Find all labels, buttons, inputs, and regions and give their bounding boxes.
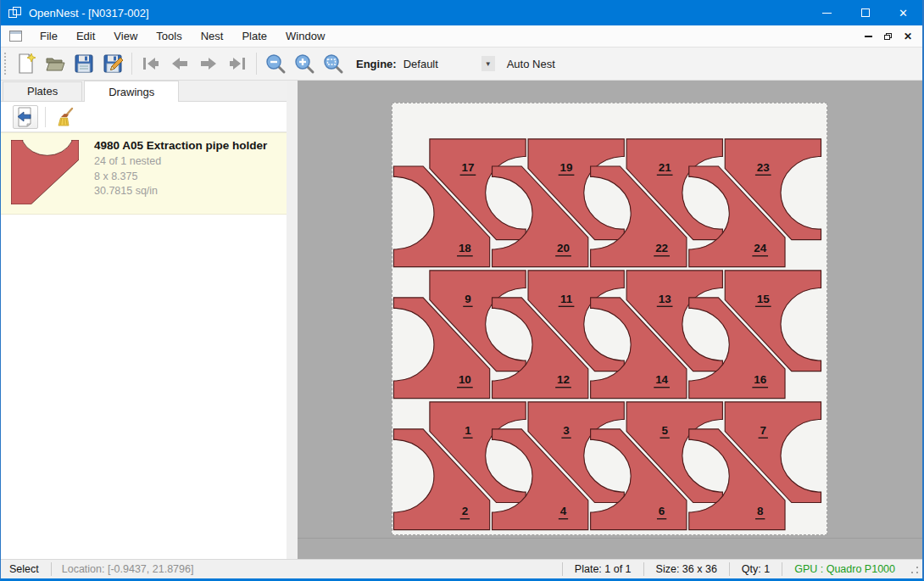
mdi-minimize-icon[interactable] bbox=[865, 36, 872, 37]
panel-splitter[interactable] bbox=[287, 81, 298, 559]
part-number-label: 13 bbox=[659, 293, 671, 305]
part-number-label: 17 bbox=[461, 161, 474, 174]
part-number-label: 14 bbox=[655, 373, 668, 386]
chevron-down-icon[interactable]: ▼ bbox=[481, 56, 495, 71]
part-number-label: 16 bbox=[754, 373, 766, 386]
next-icon bbox=[198, 53, 220, 75]
part-number-label: 22 bbox=[655, 242, 668, 254]
drawing-nested-count: 24 of 1 nested bbox=[94, 154, 267, 170]
part-number-label: 15 bbox=[757, 293, 770, 305]
drawings-toolbar bbox=[1, 102, 287, 132]
toolbar-grip[interactable] bbox=[4, 53, 7, 75]
menu-edit[interactable]: Edit bbox=[67, 25, 104, 47]
toolbar-separator bbox=[131, 53, 132, 75]
status-location: Location: [-0.9437, 21.8796] bbox=[52, 563, 204, 575]
canvas-scrollbar-divider bbox=[298, 538, 922, 539]
drawing-list-item[interactable]: 4980 A05 Extraction pipe holder 24 of 1 … bbox=[1, 132, 287, 215]
left-panel: Plates Drawings bbox=[1, 81, 287, 559]
maximize-button[interactable] bbox=[846, 0, 884, 25]
menu-view[interactable]: View bbox=[104, 25, 147, 47]
save-as-button[interactable] bbox=[98, 51, 127, 76]
part-number-label: 2 bbox=[462, 505, 468, 517]
menu-bar: File Edit View Tools Nest Plate Window ✕ bbox=[1, 25, 922, 47]
close-icon: ✕ bbox=[899, 7, 908, 20]
previous-icon bbox=[169, 53, 191, 75]
part-number-label: 12 bbox=[557, 373, 570, 386]
new-file-icon bbox=[15, 53, 37, 75]
part-number-label: 18 bbox=[459, 242, 471, 254]
part-number-label: 7 bbox=[760, 424, 766, 437]
mdi-restore-icon[interactable] bbox=[884, 33, 892, 40]
part-number-label: 20 bbox=[557, 242, 570, 254]
open-file-button[interactable] bbox=[41, 51, 70, 76]
part-number-label: 5 bbox=[661, 424, 668, 437]
menu-plate[interactable]: Plate bbox=[232, 25, 276, 47]
title-bar: OpenNest - [N0317-002] ✕ bbox=[1, 0, 922, 25]
document-icon[interactable] bbox=[9, 31, 22, 42]
part-number-label: 24 bbox=[754, 242, 766, 254]
main-toolbar: Engine: Default ▼ Auto Nest bbox=[1, 47, 922, 81]
part-number-label: 1 bbox=[465, 424, 471, 437]
toolbar-separator bbox=[256, 53, 257, 75]
mdi-close-icon[interactable]: ✕ bbox=[904, 31, 912, 42]
engine-label: Engine: bbox=[356, 58, 397, 70]
nest-canvas[interactable]: 171819202122232491011121314151612345678 bbox=[298, 81, 922, 559]
resize-grip-icon[interactable] bbox=[909, 567, 919, 577]
part-number-label: 3 bbox=[563, 424, 569, 437]
tab-drawings[interactable]: Drawings bbox=[84, 81, 179, 102]
new-file-button[interactable] bbox=[12, 51, 41, 76]
plate[interactable]: 171819202122232491011121314151612345678 bbox=[392, 103, 827, 535]
first-plate-button[interactable] bbox=[136, 51, 165, 76]
status-gpu: GPU : Quadro P1000 bbox=[782, 563, 907, 575]
engine-value: Default bbox=[402, 58, 481, 70]
tab-strip: Plates Drawings bbox=[1, 81, 287, 102]
part-number-label: 21 bbox=[659, 161, 671, 174]
last-plate-button[interactable] bbox=[223, 51, 252, 76]
previous-plate-button[interactable] bbox=[165, 51, 194, 76]
clear-drawings-button[interactable] bbox=[53, 105, 78, 129]
window-title: OpenNest - [N0317-002] bbox=[29, 7, 149, 20]
part-number-label: 9 bbox=[465, 293, 470, 305]
save-icon bbox=[73, 53, 95, 75]
close-button[interactable]: ✕ bbox=[884, 0, 922, 25]
status-plate: Plate: 1 of 1 bbox=[563, 563, 643, 575]
broom-icon bbox=[55, 107, 75, 127]
status-size: Size: 36 x 36 bbox=[644, 563, 729, 575]
drawing-size: 8 x 8.375 bbox=[94, 170, 267, 185]
zoom-in-button[interactable] bbox=[290, 51, 319, 76]
part-number-label: 19 bbox=[560, 161, 573, 174]
part-number-label: 8 bbox=[757, 505, 764, 517]
zoom-in-icon bbox=[293, 53, 315, 75]
drawing-title: 4980 A05 Extraction pipe holder bbox=[94, 139, 267, 152]
part-number-label: 10 bbox=[459, 373, 471, 386]
menu-file[interactable]: File bbox=[31, 25, 67, 47]
part-number-label: 4 bbox=[560, 505, 567, 517]
auto-nest-button[interactable]: Auto Nest bbox=[507, 58, 555, 70]
zoom-fit-icon bbox=[322, 53, 344, 75]
minimize-button[interactable] bbox=[808, 0, 846, 25]
save-button[interactable] bbox=[70, 51, 98, 76]
zoom-fit-button[interactable] bbox=[319, 51, 348, 76]
status-qty: Qty: 1 bbox=[730, 563, 782, 575]
status-bar: Select Location: [-0.9437, 21.8796] Plat… bbox=[1, 559, 922, 578]
panel-toolbar-separator bbox=[45, 107, 46, 127]
open-folder-icon bbox=[44, 53, 66, 75]
import-drawing-button[interactable] bbox=[13, 105, 38, 129]
zoom-out-button[interactable] bbox=[261, 51, 290, 76]
save-as-icon bbox=[102, 53, 124, 75]
drawing-area: 30.7815 sq/in bbox=[94, 184, 267, 199]
engine-select[interactable]: Default ▼ bbox=[402, 54, 495, 73]
last-icon bbox=[226, 53, 248, 75]
tab-plates[interactable]: Plates bbox=[3, 81, 82, 101]
menu-nest[interactable]: Nest bbox=[192, 25, 233, 47]
status-mode: Select bbox=[1, 563, 51, 575]
zoom-out-icon bbox=[264, 53, 287, 75]
part-number-label: 11 bbox=[560, 293, 573, 305]
app-window: OpenNest - [N0317-002] ✕ File Edit View … bbox=[0, 0, 924, 581]
menu-tools[interactable]: Tools bbox=[147, 25, 191, 47]
minimize-icon bbox=[822, 13, 832, 14]
first-icon bbox=[140, 53, 162, 75]
next-plate-button[interactable] bbox=[194, 51, 223, 76]
menu-window[interactable]: Window bbox=[276, 25, 334, 47]
app-icon bbox=[8, 7, 22, 19]
